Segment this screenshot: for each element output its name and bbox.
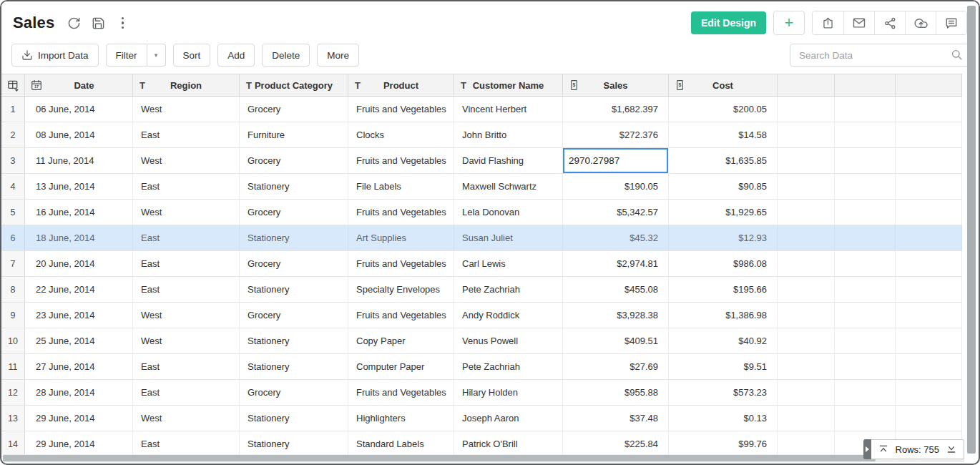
cell-category[interactable]: Furniture <box>240 122 348 147</box>
cell-region[interactable]: West <box>133 328 240 353</box>
cell-date[interactable]: 11 June, 2014 <box>25 148 133 173</box>
cell-category[interactable]: Grocery <box>240 380 348 405</box>
row-number[interactable]: 12 <box>1 380 25 405</box>
cell-date[interactable]: 18 June, 2014 <box>25 225 133 250</box>
share-button[interactable] <box>874 11 905 34</box>
cell-customer[interactable]: Pete Zachriah <box>454 277 563 302</box>
cell-date[interactable]: 16 June, 2014 <box>25 200 133 225</box>
cell-region[interactable]: West <box>133 97 240 122</box>
cell-product[interactable]: Copy Paper <box>348 328 454 353</box>
cell-cost[interactable]: $1,635.85 <box>669 148 778 173</box>
cell-empty[interactable] <box>778 148 835 173</box>
column-header-region[interactable]: T Region <box>133 74 240 96</box>
cell-category[interactable]: Grocery <box>240 200 348 225</box>
row-number[interactable]: 7 <box>1 251 25 276</box>
cell-sales[interactable]: $190.05 <box>563 174 669 199</box>
cell-category[interactable]: Stationery <box>240 354 348 379</box>
row-number[interactable]: 6 <box>1 225 25 250</box>
cell-region[interactable]: West <box>133 148 240 173</box>
cell-region[interactable]: West <box>133 303 240 328</box>
cell-date[interactable]: 29 June, 2014 <box>25 406 133 431</box>
cell-sales[interactable]: $2,974.81 <box>563 251 669 276</box>
cell-empty[interactable] <box>896 406 962 431</box>
vertical-scrollbar[interactable] <box>967 6 976 454</box>
cell-category[interactable]: Grocery <box>240 303 348 328</box>
column-header-product-category[interactable]: T Product Category <box>240 74 348 96</box>
cell-cost[interactable]: $1,386.98 <box>669 303 778 328</box>
cell-empty[interactable] <box>896 225 962 250</box>
cell-cost[interactable]: $12.93 <box>669 225 778 250</box>
cell-customer[interactable]: David Flashing <box>454 148 563 173</box>
cell-region[interactable]: East <box>133 277 240 302</box>
cell-empty[interactable] <box>835 97 896 122</box>
cell-empty[interactable] <box>896 354 962 379</box>
cell-category[interactable]: Stationery <box>240 406 348 431</box>
row-number[interactable]: 9 <box>1 303 25 328</box>
cell-customer[interactable]: John Britto <box>454 122 563 147</box>
cell-empty[interactable] <box>778 251 835 276</box>
cell-customer[interactable]: Andy Roddick <box>454 303 563 328</box>
cell-sales[interactable]: $409.51 <box>563 328 669 353</box>
cell-region[interactable]: East <box>133 380 240 405</box>
column-header-date[interactable]: 17 Date <box>25 74 133 96</box>
add-new-button[interactable]: + <box>773 11 805 35</box>
cell-empty[interactable] <box>778 122 835 147</box>
cell-product[interactable]: File Labels <box>348 174 454 199</box>
cell-empty[interactable] <box>778 174 835 199</box>
cell-region[interactable]: East <box>133 251 240 276</box>
cell-product[interactable]: Computer Paper <box>348 354 454 379</box>
cell-empty[interactable] <box>896 148 962 173</box>
cell-empty[interactable] <box>835 354 896 379</box>
cell-cost[interactable]: $0.13 <box>669 406 778 431</box>
cell-cost[interactable]: $14.58 <box>669 122 778 147</box>
cell-empty[interactable] <box>778 225 835 250</box>
cell-date[interactable]: 23 June, 2014 <box>25 303 133 328</box>
cell-empty[interactable] <box>778 328 835 353</box>
cell-empty[interactable] <box>778 200 835 225</box>
cell-sales[interactable]: $45.32 <box>563 225 669 250</box>
cell-empty[interactable] <box>835 328 896 353</box>
cell-customer[interactable]: Lela Donovan <box>454 200 563 225</box>
row-number[interactable]: 1 <box>1 97 25 122</box>
cell-category[interactable]: Grocery <box>240 251 348 276</box>
cell-empty[interactable] <box>835 380 896 405</box>
horizontal-scrollbar[interactable] <box>3 455 876 461</box>
cell-empty[interactable] <box>835 277 896 302</box>
cell-empty[interactable] <box>896 122 962 147</box>
filter-button[interactable]: Filter <box>106 44 147 67</box>
cell-empty[interactable] <box>835 122 896 147</box>
cell-product[interactable]: Standard Labels <box>348 431 454 456</box>
cell-editor[interactable]: 2970.27987 <box>563 148 668 173</box>
cell-customer[interactable]: Venus Powell <box>454 328 563 353</box>
cell-region[interactable]: East <box>133 354 240 379</box>
cell-date[interactable]: 28 June, 2014 <box>25 380 133 405</box>
collapse-handle[interactable] <box>863 439 871 459</box>
cell-sales[interactable]: $225.84 <box>563 431 669 456</box>
cell-sales[interactable]: 2970.27987 <box>563 148 669 173</box>
cell-product[interactable]: Fruits and Vegetables <box>348 251 454 276</box>
cell-product[interactable]: Fruits and Vegetables <box>348 148 454 173</box>
cell-cost[interactable]: $986.08 <box>669 251 778 276</box>
cell-empty[interactable] <box>896 174 962 199</box>
cell-sales[interactable]: $27.69 <box>563 354 669 379</box>
scroll-to-bottom-icon[interactable] <box>946 444 957 455</box>
save-icon[interactable] <box>91 15 107 31</box>
column-header-empty[interactable] <box>896 74 962 96</box>
cell-sales[interactable]: $272.376 <box>563 122 669 147</box>
cloud-upload-button[interactable] <box>905 11 936 34</box>
cell-empty[interactable] <box>896 303 962 328</box>
cell-date[interactable]: 27 June, 2014 <box>25 354 133 379</box>
cell-empty[interactable] <box>896 328 962 353</box>
cell-sales[interactable]: $5,342.57 <box>563 200 669 225</box>
export-button[interactable] <box>813 11 843 34</box>
cell-empty[interactable] <box>835 200 896 225</box>
cell-product[interactable]: Fruits and Vegetables <box>348 97 454 122</box>
row-number[interactable]: 10 <box>1 328 25 353</box>
row-number[interactable]: 4 <box>1 174 25 199</box>
cell-sales[interactable]: $455.08 <box>563 277 669 302</box>
cell-customer[interactable]: Vincent Herbert <box>454 97 563 122</box>
row-number[interactable]: 11 <box>1 354 25 379</box>
cell-region[interactable]: East <box>133 225 240 250</box>
cell-region[interactable]: West <box>133 406 240 431</box>
delete-button[interactable]: Delete <box>262 44 310 67</box>
